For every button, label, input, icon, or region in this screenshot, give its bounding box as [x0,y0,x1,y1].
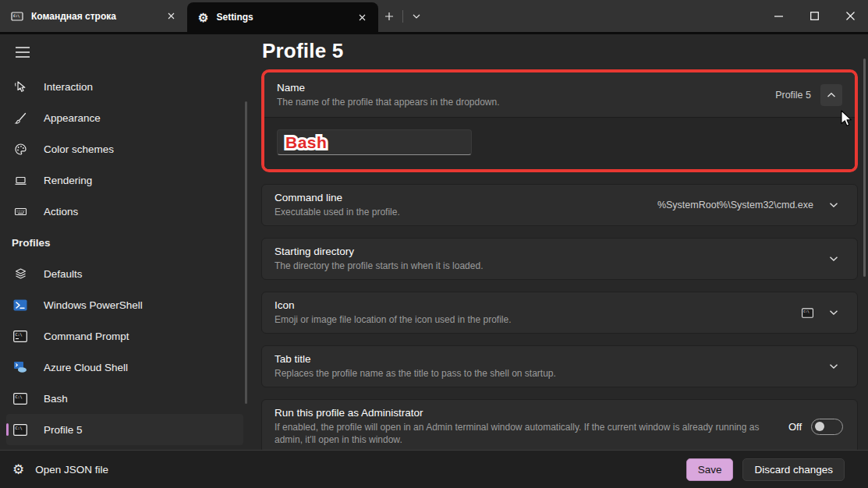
close-tab-icon[interactable] [353,9,370,26]
setting-title: Command line [275,192,647,203]
hamburger-menu-button[interactable] [9,42,36,62]
svg-text:C:\: C:\ [16,332,23,337]
console-icon: C:\ [12,391,28,406]
windows-terminal-settings-window: C:\ Командная строка ⚙ Settings [0,0,868,488]
sidebar-scrollbar[interactable] [245,101,247,404]
expand-button[interactable] [823,355,845,377]
sidebar-item-label: Defaults [44,268,83,280]
svg-text:C:\: C:\ [803,309,810,313]
collapse-button[interactable] [820,84,842,106]
sidebar-item-label: Actions [44,206,78,217]
paintbrush-icon [12,110,28,126]
mouse-cursor [841,110,852,127]
palette-icon [12,141,28,157]
console-icon: C:\ [802,308,813,318]
setting-value: %SystemRoot%\System32\cmd.exe [657,200,813,210]
setting-card-name: Name The name of the profile that appear… [264,72,855,169]
powershell-icon [12,297,28,313]
new-tab-button[interactable] [378,6,400,27]
open-json-file-label: Open JSON file [35,464,108,476]
setting-description: Emoji or image file location of the icon… [275,313,791,326]
discard-changes-button[interactable]: Discard changes [742,458,845,481]
close-window-button[interactable] [832,0,868,32]
svg-text:C:\: C:\ [16,394,23,399]
sidebar-item-profile-5[interactable]: C:\ Profile 5 [6,414,243,445]
interaction-icon [12,79,28,94]
setting-description: Replaces the profile name as the title t… [275,367,812,380]
tab-command-prompt[interactable]: C:\ Командная строка [0,0,187,32]
tab-settings[interactable]: ⚙ Settings [187,2,378,32]
sidebar-item-bash[interactable]: C:\ Bash [6,383,243,414]
chevron-up-icon [827,92,836,98]
sidebar-item-label: Color schemes [44,143,114,155]
keyboard-icon [12,203,28,219]
console-icon: C:\ [12,328,28,344]
setting-card-starting-directory[interactable]: Starting directory The directory the pro… [261,238,858,280]
setting-title: Icon [275,299,791,311]
chevron-down-icon [829,309,838,316]
expand-button[interactable] [823,302,845,324]
expand-button[interactable] [823,194,845,216]
tab-label: Командная строка [31,11,154,22]
sidebar-item-label: Interaction [44,81,93,93]
chevron-down-icon [829,363,838,370]
sidebar-item-azure-cloud-shell[interactable]: Azure Cloud Shell [6,352,243,383]
profiles-section-header: Profiles [0,227,250,258]
sidebar-item-label: Azure Cloud Shell [44,362,128,373]
sidebar-item-label: Bash [44,393,68,405]
setting-card-tab-title[interactable]: Tab title Replaces the profile name as t… [261,345,858,387]
expand-button[interactable] [823,248,845,270]
page-title: Profile 5 [262,39,858,63]
save-button[interactable]: Save [686,458,734,481]
highlight-annotation-border: Name The name of the profile that appear… [261,69,858,172]
titlebar: C:\ Командная строка ⚙ Settings [0,0,868,32]
main-scrollbar[interactable] [863,58,866,277]
chevron-down-icon [829,202,838,208]
svg-text:C:\: C:\ [16,426,23,430]
setting-card-command-line[interactable]: Command line Executable used in the prof… [261,184,858,226]
setting-card-icon[interactable]: Icon Emoji or image file location of the… [261,292,858,334]
settings-sidebar: Interaction Appearance Color schemes [0,34,250,450]
toggle-knob [815,422,824,431]
monitor-icon [12,172,28,188]
settings-main-pane: Profile 5 Name The name of the profile t… [250,34,868,450]
setting-title: Starting directory [275,246,812,257]
gear-icon: ⚙ [12,463,24,476]
window-controls [760,0,868,32]
sidebar-item-defaults[interactable]: Defaults [6,258,243,289]
admin-toggle-switch[interactable] [811,419,843,435]
sidebar-item-appearance[interactable]: Appearance [6,102,243,133]
toggle-state-label: Off [788,421,802,433]
gear-icon: ⚙ [198,12,208,23]
divider [402,10,403,23]
setting-title: Name [277,82,764,94]
close-tab-icon[interactable] [162,8,179,25]
setting-description: If enabled, the profile will open in an … [275,421,778,446]
bottom-action-bar: ⚙ Open JSON file Save Discard changes [0,450,868,488]
sidebar-item-windows-powershell[interactable]: Windows PowerShell [6,289,243,320]
sidebar-item-label: Command Prompt [44,331,129,342]
sidebar-item-color-schemes[interactable]: Color schemes [6,133,243,164]
tab-dropdown-button[interactable] [406,6,427,27]
expander-header[interactable]: Name The name of the profile that appear… [264,72,855,117]
setting-description: Executable used in the profile. [275,206,647,218]
sidebar-item-command-prompt[interactable]: C:\ Command Prompt [6,320,243,352]
sidebar-item-rendering[interactable]: Rendering [6,164,243,196]
tab-label: Settings [216,12,345,23]
name-input[interactable]: Bash [277,129,472,155]
expander-body: Bash [264,117,855,169]
setting-title: Tab title [275,353,812,365]
sidebar-item-actions[interactable]: Actions [6,196,243,227]
sidebar-item-label: Windows PowerShell [44,299,143,311]
maximize-button[interactable] [796,0,832,32]
name-input-value: Bash [285,133,327,152]
selection-indicator [6,423,9,436]
sidebar-item-label: Appearance [44,112,101,124]
console-icon: C:\ [11,10,23,23]
sidebar-item-label: Rendering [44,175,92,186]
sidebar-item-interaction[interactable]: Interaction [6,71,243,102]
minimize-button[interactable] [760,0,796,32]
svg-text:C:\: C:\ [13,13,20,17]
sidebar-item-label: Profile 5 [44,424,83,436]
open-json-file-button[interactable]: ⚙ Open JSON file [12,463,108,476]
